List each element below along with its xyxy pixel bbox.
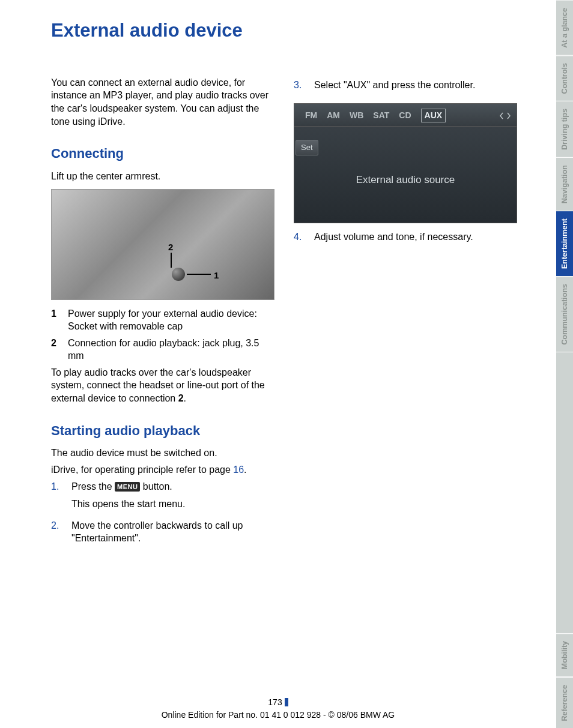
definition-item: 2 Connection for audio playback: jack pl…: [51, 337, 274, 362]
page-footer: 173 Online Edition for Part no. 01 41 0 …: [0, 697, 556, 721]
starting-p1: The audio device must be switched on.: [51, 447, 274, 460]
definition-number: 2: [51, 337, 68, 362]
page-title: External audio device: [51, 18, 544, 43]
step-item: 2. Move the controller backwards to call…: [51, 519, 274, 550]
definition-number: 1: [51, 307, 68, 333]
section-heading-connecting: Connecting: [51, 145, 274, 163]
side-tab-controls[interactable]: Controls: [556, 55, 573, 101]
plug-icon: [172, 268, 185, 281]
aux-center-text: External audio source: [294, 155, 517, 187]
step-index: 3.: [294, 79, 314, 97]
section-heading-starting: Starting audio playback: [51, 422, 274, 440]
step-item: 1. Press the MENU button. This opens the…: [51, 480, 274, 516]
side-tab-spacer: [556, 352, 573, 633]
armrest-figure: 1 2: [51, 189, 274, 300]
set-button: Set: [296, 140, 318, 155]
step-index: 4.: [294, 230, 314, 248]
steps-list-right-bottom: 4. Adjust volume and tone, if necessary.: [294, 230, 517, 248]
steps-list-left: 1. Press the MENU button. This opens the…: [51, 480, 274, 550]
side-tab-at-a-glance[interactable]: At a glance: [556, 0, 573, 55]
page-marker-icon: [285, 698, 288, 706]
aux-tab-wb: WB: [350, 110, 363, 121]
definition-text: Power supply for your external audio dev…: [68, 307, 257, 333]
connecting-note: To play audio tracks over the car's loud…: [51, 366, 274, 405]
step-item: 4. Adjust volume and tone, if necessary.: [294, 230, 517, 248]
figure-label-2: 2: [168, 241, 173, 253]
side-tab-driving-tips[interactable]: Driving tips: [556, 101, 573, 157]
side-tab-navigation[interactable]: Navigation: [556, 157, 573, 211]
definition-item: 1 Power supply for your external audio d…: [51, 307, 274, 333]
aux-screenshot: FM AM WB SAT CD AUX Set External audio s…: [294, 103, 517, 223]
steps-list-right-top: 3. Select "AUX" and press the controller…: [294, 79, 517, 97]
side-tab-entertainment[interactable]: Entertainment: [556, 211, 573, 276]
side-tab-reference[interactable]: Reference: [556, 677, 573, 728]
page-content: External audio device You can connect an…: [0, 0, 556, 728]
footer-line: Online Edition for Part no. 01 41 0 012 …: [0, 709, 556, 721]
side-tab-communications[interactable]: Communications: [556, 276, 573, 352]
aux-tab-am: AM: [327, 110, 340, 121]
scroll-arrows-icon: [500, 112, 511, 120]
step-item: 3. Select "AUX" and press the controller…: [294, 79, 517, 97]
starting-p2: iDrive, for operating principle refer to…: [51, 463, 274, 477]
aux-tab-aux-selected: AUX: [421, 109, 446, 122]
aux-tab-cd: CD: [399, 110, 411, 121]
menu-button-icon: MENU: [115, 482, 140, 492]
step-index: 2.: [51, 519, 71, 550]
aux-tab-sat: SAT: [373, 110, 389, 121]
definition-list: 1 Power supply for your external audio d…: [51, 307, 274, 362]
page-ref-link[interactable]: 16: [233, 465, 244, 475]
side-tab-strip: At a glance Controls Driving tips Naviga…: [556, 0, 573, 728]
step-index: 1.: [51, 480, 71, 516]
right-column: 3. Select "AUX" and press the controller…: [294, 76, 517, 553]
intro-paragraph: You can connect an external audio device…: [51, 76, 274, 128]
definition-text: Connection for audio playback: jack plug…: [68, 337, 274, 362]
connecting-lead: Lift up the center armrest.: [51, 170, 274, 183]
aux-tab-fm: FM: [305, 110, 317, 121]
aux-tab-bar: FM AM WB SAT CD AUX: [294, 104, 517, 127]
side-tab-mobility[interactable]: Mobility: [556, 633, 573, 676]
page-number: 173: [268, 697, 282, 707]
figure-label-1: 1: [214, 269, 219, 281]
left-column: You can connect an external audio device…: [51, 76, 274, 553]
